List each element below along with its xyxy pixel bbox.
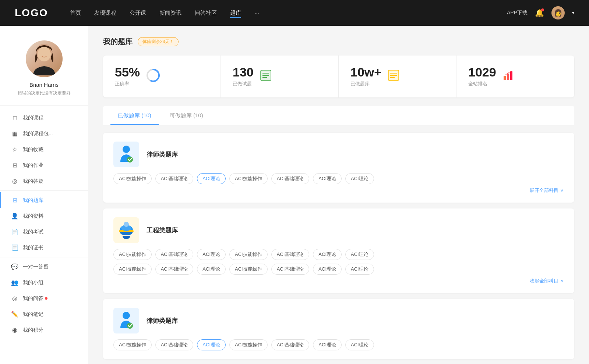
chat-icon: 💬: [11, 263, 18, 270]
app-download-button[interactable]: APP下载: [507, 10, 528, 16]
notification-dot: [541, 8, 544, 11]
star-icon: ☆: [11, 146, 18, 153]
qbank-card-lawyer-1: 律师类题库 ACI技能操作 ACI基础理论 ACI理论 ACI技能操作 ACI基…: [103, 133, 574, 203]
tag-e2-4[interactable]: ACI基础理论: [271, 264, 310, 275]
tag-l2-0[interactable]: ACI技能操作: [113, 339, 152, 350]
tag-1[interactable]: ACI基础理论: [155, 173, 194, 184]
tag-2[interactable]: ACI理论: [197, 173, 226, 184]
tag-e0[interactable]: ACI技能操作: [113, 249, 152, 260]
nav-link-questionbank[interactable]: 题库: [230, 8, 241, 18]
nav-right: APP下载 🔔 👩 ▾: [507, 6, 574, 19]
qbank-engineer-header: 工程类题库: [113, 217, 564, 243]
tab-available-banks[interactable]: 可做题库 (10): [162, 106, 211, 125]
qbank-lawyer2-icon-inner: [117, 310, 135, 331]
qbank-title-engineer: 工程类题库: [147, 226, 178, 235]
svg-point-2: [38, 47, 51, 61]
stat-accuracy-value: 55%: [115, 66, 140, 78]
svg-point-22: [123, 312, 130, 319]
certificate-icon: 📃: [11, 244, 18, 251]
notification-bell[interactable]: 🔔: [535, 8, 544, 17]
stats-row: 55% 正确率 130 已做试题: [103, 56, 574, 97]
tag-l2-2[interactable]: ACI理论: [197, 339, 226, 350]
nav-link-opencourse[interactable]: 公开课: [130, 8, 146, 18]
stat-done-banks-value: 10w+: [350, 66, 381, 78]
stat-done-questions-value: 130: [233, 66, 254, 78]
ranking-chart-icon: [502, 69, 515, 84]
navbar: LOGO 首页 发现课程 公开课 新闻资讯 问答社区 题库 ··· APP下载 …: [0, 0, 589, 26]
tag-e1[interactable]: ACI基础理论: [155, 249, 194, 260]
document-icon: ◻: [11, 114, 18, 121]
banks-icon: [387, 69, 400, 84]
group-icon: 👥: [11, 279, 18, 286]
tag-l2-3[interactable]: ACI技能操作: [229, 339, 268, 350]
trial-badge: 体验剩余23天！: [138, 37, 179, 46]
tag-e2-3[interactable]: ACI技能操作: [229, 264, 268, 275]
tag-e2-6[interactable]: ACI理论: [345, 264, 374, 275]
svg-point-16: [123, 146, 130, 153]
file-icon: 📄: [11, 228, 18, 235]
tag-e6[interactable]: ACI理论: [345, 249, 374, 260]
tag-e2-2[interactable]: ACI理论: [197, 264, 226, 275]
sidebar-item-my-group[interactable]: 👥 我的小组: [0, 275, 88, 290]
sidebar-item-1on1-qa[interactable]: 💬 一对一答疑: [0, 259, 88, 275]
sidebar-item-course-packages[interactable]: ▦ 我的课程包...: [0, 126, 88, 142]
qbank-title-lawyer-1: 律师类题库: [147, 150, 178, 159]
tag-4[interactable]: ACI基础理论: [271, 173, 310, 184]
tag-l2-5[interactable]: ACI理论: [313, 339, 342, 350]
svg-rect-13: [504, 76, 506, 80]
tag-e2-0[interactable]: ACI技能操作: [113, 264, 152, 275]
avatar[interactable]: 👩: [551, 6, 565, 19]
tab-done-banks[interactable]: 已做题库 (10): [110, 106, 159, 125]
collapse-link-engineer[interactable]: 收起全部科目 ∧: [113, 278, 564, 284]
sidebar-item-my-questions[interactable]: ◎ 我的问答: [0, 290, 88, 306]
tag-0[interactable]: ACI技能操作: [113, 173, 152, 184]
profile-icon: 👤: [11, 213, 18, 220]
sidebar-item-my-qa[interactable]: ◎ 我的答疑: [0, 173, 88, 189]
tag-5[interactable]: ACI理论: [313, 173, 342, 184]
nav-link-qa[interactable]: 问答社区: [195, 8, 217, 18]
sidebar-item-certificates[interactable]: 📃 我的证书: [0, 240, 88, 256]
nav-link-more[interactable]: ···: [254, 8, 259, 18]
nav-link-news[interactable]: 新闻资讯: [159, 8, 181, 18]
sidebar-item-question-bank[interactable]: ⊞ 我的题库: [0, 192, 88, 208]
pencil-icon: ✏️: [11, 311, 18, 318]
tag-e4[interactable]: ACI基础理论: [271, 249, 310, 260]
svg-rect-14: [507, 74, 509, 80]
tag-l2-1[interactable]: ACI基础理论: [155, 339, 194, 350]
tag-l2-4[interactable]: ACI基础理论: [271, 339, 310, 350]
expand-link-lawyer-1[interactable]: 展开全部科目 ∨: [113, 187, 564, 194]
sidebar-item-favorites[interactable]: ☆ 我的收藏: [0, 142, 88, 157]
stat-done-banks-label: 已做题库: [350, 81, 381, 87]
bar-chart-icon: ▦: [11, 130, 18, 137]
sidebar-item-homework[interactable]: ⊟ 我的作业: [0, 157, 88, 173]
sidebar-item-my-data[interactable]: 👤 我的资料: [0, 208, 88, 224]
tag-e3[interactable]: ACI技能操作: [229, 249, 268, 260]
nav-link-discover[interactable]: 发现课程: [94, 8, 116, 18]
qbank-card-engineer: 工程类题库 ACI技能操作 ACI基础理论 ACI理论 ACI技能操作 ACI基…: [103, 208, 574, 293]
tag-l2-6[interactable]: ACI理论: [345, 339, 374, 350]
tag-3[interactable]: ACI技能操作: [229, 173, 268, 184]
qbank-title-lawyer-2: 律师类题库: [147, 317, 178, 325]
tags-row-engineer-1: ACI技能操作 ACI基础理论 ACI理论 ACI技能操作 ACI基础理论 AC…: [113, 249, 564, 260]
profile-motto: 错误的决定比没有决定要好: [18, 90, 71, 96]
tag-6[interactable]: ACI理论: [345, 173, 374, 184]
svg-rect-15: [510, 71, 512, 80]
sidebar-item-my-points[interactable]: ◉ 我的积分: [0, 322, 88, 338]
nav-link-home[interactable]: 首页: [70, 8, 81, 18]
tabs-row: 已做题库 (10) 可做题库 (10): [103, 106, 574, 125]
tag-e5[interactable]: ACI理论: [313, 249, 342, 260]
sidebar-item-my-courses[interactable]: ◻ 我的课程: [0, 110, 88, 126]
tag-e2[interactable]: ACI理论: [197, 249, 226, 260]
stat-done-questions-label: 已做试题: [233, 81, 254, 87]
stat-done-questions: 130 已做试题: [221, 56, 339, 97]
qbank-icon-inner: [117, 144, 135, 165]
user-menu-chevron-icon[interactable]: ▾: [572, 10, 574, 15]
sidebar-item-exams[interactable]: 📄 我的考试: [0, 224, 88, 240]
tag-e2-1[interactable]: ACI基础理论: [155, 264, 194, 275]
tag-e2-5[interactable]: ACI理论: [313, 264, 342, 275]
sidebar-item-my-notes[interactable]: ✏️ 我的笔记: [0, 306, 88, 322]
qbank-lawyer2-icon-wrap: [113, 308, 139, 333]
stat-accuracy: 55% 正确率: [103, 56, 221, 97]
qbank-header: 律师类题库: [113, 142, 564, 167]
tags-row-engineer-2: ACI技能操作 ACI基础理论 ACI理论 ACI技能操作 ACI基础理论 AC…: [113, 264, 564, 275]
